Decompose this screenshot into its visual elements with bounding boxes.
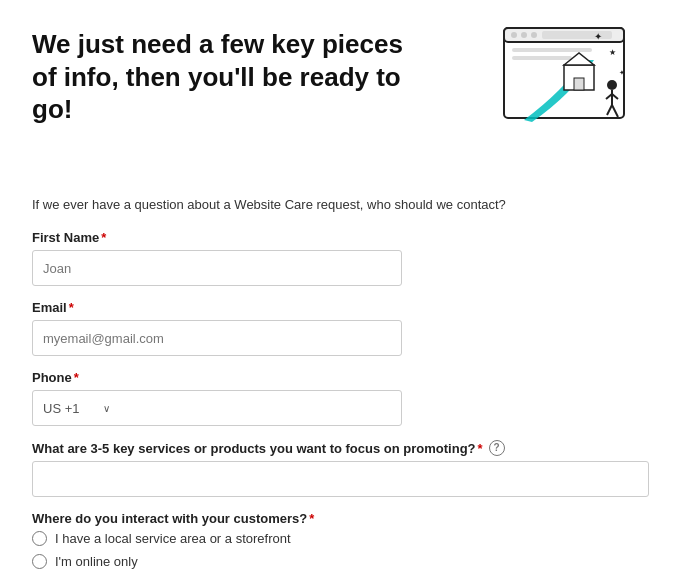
customer-interaction-options: I have a local service area or a storefr… (32, 531, 649, 569)
svg-point-3 (521, 32, 527, 38)
customer-interaction-group: Where do you interact with your customer… (32, 511, 649, 569)
help-icon[interactable]: ? (489, 440, 505, 456)
contact-form: First Name* Email* Phone* US +1 UK +44 C… (32, 230, 649, 583)
svg-point-2 (511, 32, 517, 38)
form-subtitle: If we ever have a question about a Websi… (32, 197, 649, 212)
svg-text:★: ★ (609, 48, 616, 57)
services-input[interactable] (32, 461, 649, 497)
required-indicator: * (478, 441, 483, 456)
radio-online-label: I'm online only (55, 554, 138, 569)
services-label: What are 3-5 key services or products yo… (32, 441, 483, 456)
svg-rect-7 (512, 56, 572, 60)
svg-rect-6 (512, 48, 592, 52)
required-indicator: * (69, 300, 74, 315)
services-group: What are 3-5 key services or products yo… (32, 440, 649, 497)
page-headline: We just need a few key pieces of info, t… (32, 28, 422, 126)
customer-interaction-label: Where do you interact with your customer… (32, 511, 649, 526)
phone-country-select[interactable]: US +1 UK +44 CA +1 AU +61 (43, 401, 101, 416)
svg-point-4 (531, 32, 537, 38)
radio-option-storefront[interactable]: I have a local service area or a storefr… (32, 531, 649, 546)
chevron-down-icon: ∨ (103, 403, 110, 414)
required-indicator: * (101, 230, 106, 245)
radio-storefront[interactable] (32, 531, 47, 546)
services-label-row: What are 3-5 key services or products yo… (32, 440, 649, 456)
radio-option-online[interactable]: I'm online only (32, 554, 649, 569)
email-group: Email* (32, 300, 649, 356)
phone-country-select-wrap[interactable]: US +1 UK +44 CA +1 AU +61 ∨ (32, 390, 402, 426)
radio-storefront-label: I have a local service area or a storefr… (55, 531, 291, 546)
phone-group: Phone* US +1 UK +44 CA +1 AU +61 ∨ (32, 370, 649, 426)
email-input[interactable] (32, 320, 402, 356)
svg-text:✦: ✦ (619, 69, 625, 76)
first-name-input[interactable] (32, 250, 402, 286)
radio-online[interactable] (32, 554, 47, 569)
first-name-group: First Name* (32, 230, 649, 286)
phone-label: Phone* (32, 370, 649, 385)
first-name-label: First Name* (32, 230, 649, 245)
required-indicator: * (74, 370, 79, 385)
svg-point-11 (607, 80, 617, 90)
illustration: ✦ ★ ✦ (494, 20, 649, 175)
required-indicator: * (309, 511, 314, 526)
email-label: Email* (32, 300, 649, 315)
svg-rect-10 (574, 78, 584, 90)
svg-text:✦: ✦ (594, 31, 602, 42)
